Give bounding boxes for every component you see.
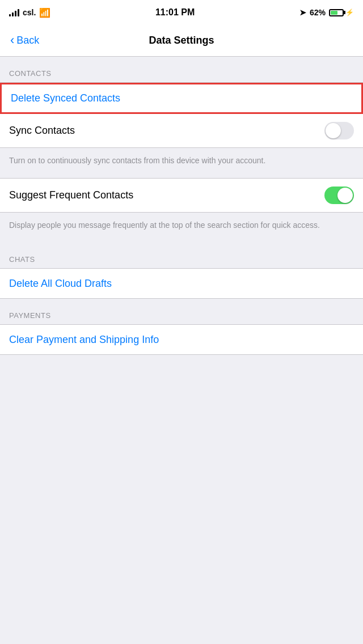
status-bar: csl. 📶 11:01 PM ➤ 62% ⚡: [0, 0, 363, 25]
payments-section-header: PAYMENTS: [0, 299, 363, 324]
battery-fill: [331, 11, 337, 15]
back-label: Back: [16, 35, 39, 46]
back-chevron-icon: ‹: [10, 34, 14, 46]
chats-table: Delete All Cloud Drafts: [0, 268, 363, 299]
suggest-frequent-description: Display people you message frequently at…: [9, 221, 320, 230]
sync-contacts-label: Sync Contacts: [9, 125, 75, 137]
suggest-frequent-row: Suggest Frequent Contacts: [0, 179, 363, 212]
delete-synced-contacts-label: Delete Synced Contacts: [11, 92, 120, 104]
wifi-icon: 📶: [39, 7, 50, 18]
contacts-table: Delete Synced Contacts Sync Contacts: [0, 82, 363, 148]
payments-section: PAYMENTS Clear Payment and Shipping Info: [0, 299, 363, 355]
suggest-frequent-description-area: Display people you message frequently at…: [0, 213, 363, 243]
carrier-label: csl.: [23, 8, 36, 17]
page-title: Data Settings: [149, 35, 214, 46]
sync-contacts-toggle[interactable]: [324, 122, 354, 139]
location-icon: ➤: [299, 8, 306, 17]
delete-cloud-drafts-row[interactable]: Delete All Cloud Drafts: [0, 269, 363, 298]
back-button[interactable]: ‹ Back: [6, 30, 44, 51]
sync-contacts-row: Sync Contacts: [0, 114, 363, 147]
delete-synced-contacts-row[interactable]: Delete Synced Contacts: [0, 83, 363, 114]
clear-payment-label: Clear Payment and Shipping Info: [9, 334, 159, 346]
status-time: 11:01 PM: [155, 7, 195, 18]
battery-pct-label: 62%: [310, 8, 326, 17]
suggest-frequent-toggle-knob: [337, 188, 353, 203]
suggest-frequent-section: Suggest Frequent Contacts Display people…: [0, 178, 363, 243]
battery-icon: [329, 9, 344, 16]
sync-contacts-toggle-knob: [326, 123, 341, 138]
suggest-frequent-toggle[interactable]: [324, 187, 354, 204]
charging-icon: ⚡: [345, 9, 354, 16]
delete-cloud-drafts-label: Delete All Cloud Drafts: [9, 278, 112, 290]
sync-contacts-description-area: Turn on to continuously sync contacts fr…: [0, 148, 363, 178]
clear-payment-row[interactable]: Clear Payment and Shipping Info: [0, 325, 363, 354]
chats-section-header: CHATS: [0, 243, 363, 268]
nav-bar: ‹ Back Data Settings: [0, 25, 363, 57]
sync-contacts-description: Turn on to continuously sync contacts fr…: [9, 156, 265, 165]
chats-section: CHATS Delete All Cloud Drafts: [0, 243, 363, 299]
contacts-section-header: CONTACTS: [0, 57, 363, 82]
status-right: ➤ 62% ⚡: [299, 8, 354, 17]
suggest-frequent-label: Suggest Frequent Contacts: [9, 189, 133, 201]
battery-container: ⚡: [329, 9, 354, 16]
signal-bars-icon: [9, 9, 19, 16]
suggest-frequent-table: Suggest Frequent Contacts: [0, 178, 363, 213]
payments-table: Clear Payment and Shipping Info: [0, 324, 363, 355]
contacts-section: CONTACTS Delete Synced Contacts Sync Con…: [0, 57, 363, 178]
status-left: csl. 📶: [9, 7, 50, 18]
